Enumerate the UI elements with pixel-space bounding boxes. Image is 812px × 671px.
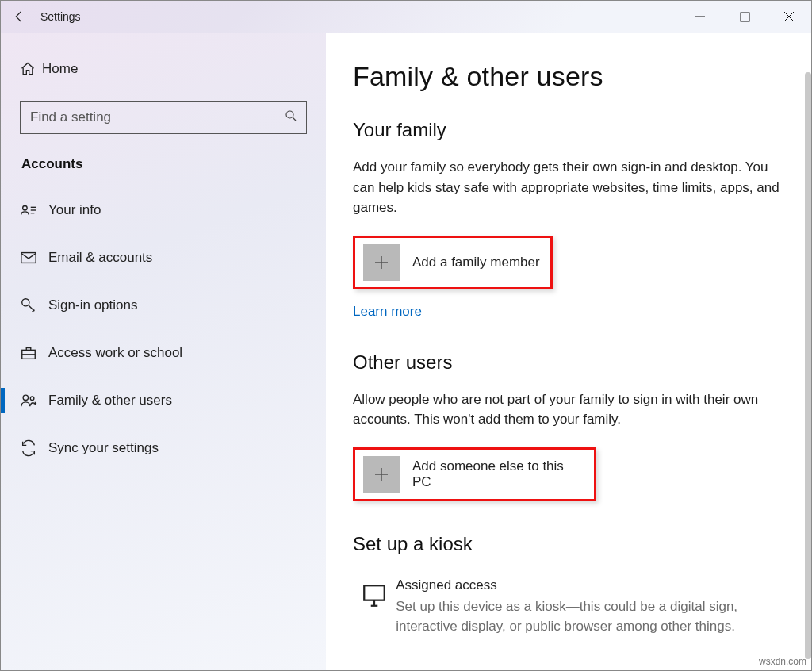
key-icon (20, 297, 48, 314)
add-family-label: Add a family member (412, 255, 540, 270)
watermark: wsxdn.com (759, 656, 806, 667)
svg-point-4 (286, 111, 293, 118)
learn-more-link[interactable]: Learn more (353, 304, 422, 320)
svg-rect-1 (741, 13, 749, 21)
sidebar-category: Accounts (1, 150, 326, 186)
assigned-access-title: Assigned access (396, 577, 779, 593)
sidebar-nav: Your info Email & accounts Sign-in optio… (1, 186, 326, 472)
section-other-users: Other users (353, 351, 779, 374)
minimize-button[interactable] (678, 1, 722, 33)
search-input[interactable] (30, 109, 284, 125)
back-button[interactable] (1, 1, 37, 33)
titlebar: Settings (1, 1, 811, 33)
search-icon (284, 109, 298, 126)
sidebar-item-work-school[interactable]: Access work or school (1, 329, 326, 377)
close-button[interactable] (767, 1, 811, 33)
page-title: Family & other users (353, 61, 779, 92)
search-container (20, 101, 307, 134)
person-card-icon (20, 201, 48, 219)
search-field[interactable] (20, 101, 307, 134)
assigned-access-desc: Set up this device as a kiosk—this could… (396, 596, 779, 637)
assigned-access-text: Assigned access Set up this device as a … (396, 577, 779, 637)
family-description: Add your family so everybody gets their … (353, 157, 779, 218)
sidebar-item-label: Sign-in options (48, 297, 137, 313)
home-button[interactable]: Home (1, 48, 326, 90)
maximize-button[interactable] (722, 1, 767, 33)
scrollbar[interactable] (805, 72, 811, 659)
add-someone-else-button[interactable]: Add someone else to this PC (353, 447, 596, 501)
sidebar-item-label: Family & other users (48, 393, 172, 408)
plus-icon (363, 244, 400, 281)
sidebar: Home Accounts Your info (1, 33, 326, 670)
svg-rect-10 (21, 253, 36, 263)
svg-line-5 (293, 117, 296, 121)
main-content: Family & other users Your family Add you… (326, 33, 811, 670)
svg-point-15 (30, 397, 34, 401)
section-kiosk: Set up a kiosk (353, 533, 779, 555)
sidebar-item-label: Sync your settings (48, 440, 159, 456)
svg-rect-22 (364, 585, 385, 600)
home-icon (20, 61, 42, 77)
add-family-member-button[interactable]: Add a family member (353, 236, 553, 289)
other-users-section: Other users Allow people who are not par… (353, 351, 779, 501)
sidebar-item-label: Email & accounts (48, 250, 152, 266)
sidebar-item-label: Your info (48, 202, 101, 218)
sidebar-item-label: Access work or school (48, 345, 182, 361)
window-title: Settings (37, 10, 81, 23)
sidebar-item-sync-settings[interactable]: Sync your settings (1, 424, 326, 472)
home-label: Home (42, 61, 78, 77)
sidebar-item-email-accounts[interactable]: Email & accounts (1, 234, 326, 282)
sidebar-item-family-other-users[interactable]: Family & other users (1, 377, 326, 424)
add-other-label: Add someone else to this PC (412, 458, 586, 490)
kiosk-icon (353, 577, 396, 609)
mail-icon (20, 249, 48, 266)
sidebar-item-signin-options[interactable]: Sign-in options (1, 282, 326, 329)
window-body: Home Accounts Your info (1, 33, 811, 670)
settings-window: Settings Home (0, 0, 812, 671)
section-your-family: Your family (353, 119, 779, 141)
plus-icon (363, 456, 400, 493)
other-description: Allow people who are not part of your fa… (353, 389, 779, 430)
svg-point-11 (22, 299, 29, 306)
window-controls (678, 1, 811, 33)
svg-point-14 (23, 395, 28, 400)
sync-icon (20, 439, 48, 457)
sidebar-item-your-info[interactable]: Your info (1, 186, 326, 234)
svg-point-6 (23, 206, 28, 211)
people-icon (20, 392, 48, 409)
briefcase-icon (20, 344, 48, 362)
assigned-access-item[interactable]: Assigned access Set up this device as a … (353, 571, 779, 637)
